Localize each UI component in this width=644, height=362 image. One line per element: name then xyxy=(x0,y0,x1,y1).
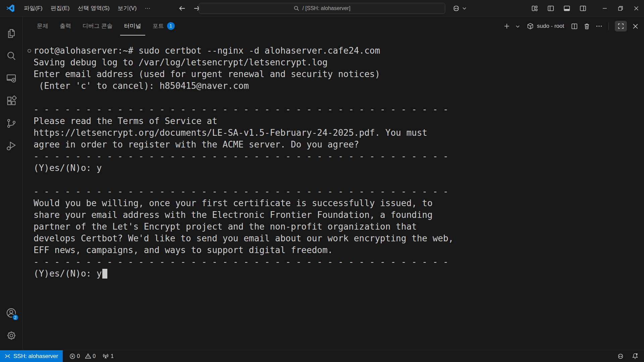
new-terminal-icon[interactable] xyxy=(503,23,510,29)
restore-button[interactable] xyxy=(612,0,628,16)
terminal-text: share your email address with the Electr… xyxy=(34,209,433,221)
terminal-text: - - - - - - - - - - - - - - - - - - - - … xyxy=(34,186,448,197)
status-bar: SSH: alohaserver 0 0 xyxy=(0,350,644,362)
customize-layout-icon[interactable] xyxy=(531,5,538,12)
panel-tab-3[interactable]: 터미널 xyxy=(120,17,145,36)
panel-header: 문제출력디버그 콘솔터미널포트1 sudo - root xyxy=(23,17,644,36)
terminal-line-9: - - - - - - - - - - - - - - - - - - - - … xyxy=(28,150,639,162)
terminal-gutter xyxy=(28,256,34,268)
terminal-text: - - - - - - - - - - - - - - - - - - - - … xyxy=(34,256,448,268)
terminal-gutter xyxy=(28,115,34,127)
terminal-text: - - - - - - - - - - - - - - - - - - - - … xyxy=(34,104,448,115)
terminal-text: agree in order to register with the ACME… xyxy=(34,139,359,150)
back-arrow-icon[interactable] xyxy=(178,5,186,12)
panel-tab-2[interactable]: 디버그 콘솔 xyxy=(78,17,117,36)
copilot-icon xyxy=(452,4,460,12)
extensions-icon[interactable] xyxy=(3,89,19,112)
toggle-panel-icon[interactable] xyxy=(563,5,571,12)
minimize-button[interactable] xyxy=(597,0,612,16)
terminal-line-13: Would you be willing, once your first ce… xyxy=(28,197,639,209)
terminal-line-16: develops Certbot? We'd like to send you … xyxy=(28,233,639,244)
copilot-menu[interactable] xyxy=(452,4,467,12)
source-control-icon[interactable] xyxy=(3,112,19,134)
terminal-line-18: - - - - - - - - - - - - - - - - - - - - … xyxy=(28,256,639,268)
menu-bar: 파일(F)편집(E)선택 영역(S)보기(V) xyxy=(20,3,141,14)
terminal-line-17: EFF news, campaigns, and ways to support… xyxy=(28,244,639,256)
terminal-text: https://letsencrypt.org/documents/LE-SA-… xyxy=(34,127,427,139)
terminal-gutter xyxy=(28,150,34,162)
more-actions-icon[interactable] xyxy=(596,23,602,29)
terminal-line-8: agree in order to register with the ACME… xyxy=(28,139,639,150)
terminal-cube-icon xyxy=(527,22,534,30)
terminal-line-11 xyxy=(28,174,639,186)
vscode-logo-icon xyxy=(6,4,15,13)
panel-tab-label: 문제 xyxy=(37,22,48,30)
warning-icon xyxy=(85,353,91,359)
terminal-output[interactable]: root@alohaserver:~# sudo certbot --nginx… xyxy=(23,36,644,350)
command-decoration-icon[interactable] xyxy=(28,49,31,53)
terminal-gutter xyxy=(28,209,34,221)
command-center[interactable]: / [SSH: alohaserver] xyxy=(199,3,445,14)
toggle-primary-sidebar-icon[interactable] xyxy=(547,5,554,12)
search-icon[interactable] xyxy=(3,45,19,67)
window-controls xyxy=(597,0,644,16)
toggle-secondary-sidebar-icon[interactable] xyxy=(579,5,587,12)
kill-terminal-icon[interactable] xyxy=(583,23,590,30)
menu-item-0[interactable]: 파일(F) xyxy=(20,3,47,14)
terminal-tab[interactable]: sudo - root xyxy=(527,22,564,30)
panel-tab-4[interactable]: 포트1 xyxy=(149,17,179,36)
run-and-debug-icon[interactable] xyxy=(3,134,19,157)
accounts-icon[interactable]: 2 xyxy=(3,302,19,324)
explorer-icon[interactable] xyxy=(3,22,19,45)
terminal-gutter xyxy=(28,127,34,139)
close-panel-icon[interactable] xyxy=(632,23,639,29)
terminal-line-14: share your email address with the Electr… xyxy=(28,209,639,221)
close-window-button[interactable] xyxy=(628,0,644,16)
remote-label: SSH: alohaserver xyxy=(13,353,58,360)
terminal-gutter xyxy=(28,174,34,186)
terminal-gutter xyxy=(28,68,34,80)
terminal-text: EFF news, campaigns, and ways to support… xyxy=(34,244,333,256)
search-icon xyxy=(293,5,299,11)
chevron-down-icon xyxy=(462,6,467,10)
terminal-text: partner of the Let's Encrypt project and… xyxy=(34,221,417,233)
terminal-text: - - - - - - - - - - - - - - - - - - - - … xyxy=(34,150,448,162)
statusbar-right xyxy=(617,353,644,360)
remote-indicator[interactable]: SSH: alohaserver xyxy=(0,350,63,362)
vscode-window: 파일(F)편집(E)선택 영역(S)보기(V) ··· / [SSH: aloh… xyxy=(0,0,644,362)
menu-item-3[interactable]: 보기(V) xyxy=(114,3,141,14)
problems-indicator[interactable]: 0 0 xyxy=(69,353,96,359)
terminal-cursor xyxy=(102,269,107,279)
menu-item-1[interactable]: 편집(E) xyxy=(47,3,74,14)
settings-gear-icon[interactable] xyxy=(3,324,19,347)
terminal-line-2: Enter email address (used for urgent ren… xyxy=(28,68,639,80)
terminal-gutter xyxy=(28,80,34,92)
menu-overflow[interactable]: ··· xyxy=(141,3,154,14)
terminal-gutter xyxy=(28,104,34,115)
panel-tab-1[interactable]: 출력 xyxy=(56,17,75,36)
copilot-status-icon[interactable] xyxy=(617,353,624,360)
radio-tower-icon xyxy=(102,353,109,360)
terminal-profile-label: sudo - root xyxy=(537,23,564,29)
ports-indicator[interactable]: 1 xyxy=(102,353,114,360)
terminal-gutter xyxy=(28,57,34,68)
menu-item-2[interactable]: 선택 영역(S) xyxy=(73,3,113,14)
terminal-profile-chevron-icon[interactable] xyxy=(516,24,520,28)
remote-explorer-icon[interactable] xyxy=(3,67,19,89)
panel-tab-0[interactable]: 문제 xyxy=(33,17,52,36)
terminal-text: develops Certbot? We'd like to send you … xyxy=(34,233,453,244)
terminal-gutter xyxy=(28,186,34,197)
accounts-badge: 2 xyxy=(12,314,19,321)
remote-icon xyxy=(5,353,10,359)
command-center-text: / [SSH: alohaserver] xyxy=(302,5,350,11)
notifications-bell-icon[interactable] xyxy=(632,353,639,360)
terminal-line-10: (Y)es/(N)o: y xyxy=(28,162,639,174)
split-terminal-icon[interactable] xyxy=(571,23,578,30)
activity-bar: 2 xyxy=(0,17,23,350)
error-icon xyxy=(69,353,75,359)
terminal-gutter xyxy=(28,197,34,209)
maximize-panel-button[interactable] xyxy=(615,21,627,32)
terminal-gutter xyxy=(28,139,34,150)
terminal-line-5: - - - - - - - - - - - - - - - - - - - - … xyxy=(28,104,639,115)
panel-tab-label: 출력 xyxy=(60,22,71,30)
